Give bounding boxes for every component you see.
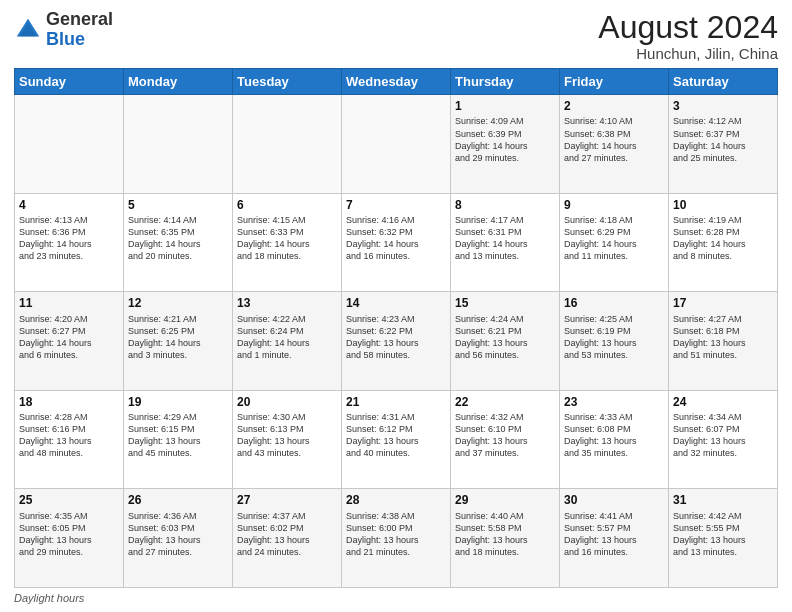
day-info: Sunset: 6:18 PM: [673, 325, 773, 337]
day-number: 29: [455, 492, 555, 508]
week-row-1: 1Sunrise: 4:09 AMSunset: 6:39 PMDaylight…: [15, 95, 778, 194]
day-cell: 5Sunrise: 4:14 AMSunset: 6:35 PMDaylight…: [124, 193, 233, 292]
day-number: 17: [673, 295, 773, 311]
day-info: Daylight: 13 hours: [128, 435, 228, 447]
day-number: 21: [346, 394, 446, 410]
day-info: Sunset: 6:15 PM: [128, 423, 228, 435]
week-row-3: 11Sunrise: 4:20 AMSunset: 6:27 PMDayligh…: [15, 292, 778, 391]
day-cell: 10Sunrise: 4:19 AMSunset: 6:28 PMDayligh…: [669, 193, 778, 292]
day-info: Daylight: 14 hours: [128, 337, 228, 349]
day-info: Sunrise: 4:33 AM: [564, 411, 664, 423]
day-cell: 30Sunrise: 4:41 AMSunset: 5:57 PMDayligh…: [560, 489, 669, 588]
day-info: and 43 minutes.: [237, 447, 337, 459]
day-cell: 6Sunrise: 4:15 AMSunset: 6:33 PMDaylight…: [233, 193, 342, 292]
day-info: Daylight: 14 hours: [346, 238, 446, 250]
day-cell: 12Sunrise: 4:21 AMSunset: 6:25 PMDayligh…: [124, 292, 233, 391]
day-cell: 14Sunrise: 4:23 AMSunset: 6:22 PMDayligh…: [342, 292, 451, 391]
footer-note: Daylight hours: [14, 592, 778, 604]
day-info: and 13 minutes.: [455, 250, 555, 262]
day-number: 31: [673, 492, 773, 508]
day-cell: 7Sunrise: 4:16 AMSunset: 6:32 PMDaylight…: [342, 193, 451, 292]
day-number: 18: [19, 394, 119, 410]
day-info: and 53 minutes.: [564, 349, 664, 361]
day-info: Sunset: 6:36 PM: [19, 226, 119, 238]
day-info: Daylight: 13 hours: [455, 534, 555, 546]
top-area: General Blue August 2024 Hunchun, Jilin,…: [14, 10, 778, 62]
day-cell: [15, 95, 124, 194]
day-info: Daylight: 13 hours: [564, 435, 664, 447]
day-cell: [233, 95, 342, 194]
day-number: 7: [346, 197, 446, 213]
day-info: and 21 minutes.: [346, 546, 446, 558]
day-info: Daylight: 14 hours: [673, 238, 773, 250]
day-info: and 3 minutes.: [128, 349, 228, 361]
day-info: Daylight: 13 hours: [564, 337, 664, 349]
day-info: Sunrise: 4:18 AM: [564, 214, 664, 226]
day-info: Sunrise: 4:17 AM: [455, 214, 555, 226]
day-info: Daylight: 13 hours: [346, 534, 446, 546]
day-info: Sunrise: 4:29 AM: [128, 411, 228, 423]
day-number: 22: [455, 394, 555, 410]
day-info: Sunset: 5:57 PM: [564, 522, 664, 534]
day-header-sunday: Sunday: [15, 69, 124, 95]
day-number: 26: [128, 492, 228, 508]
day-number: 1: [455, 98, 555, 114]
day-info: Sunset: 6:13 PM: [237, 423, 337, 435]
day-header-thursday: Thursday: [451, 69, 560, 95]
day-info: Daylight: 14 hours: [564, 140, 664, 152]
calendar-table: SundayMondayTuesdayWednesdayThursdayFrid…: [14, 68, 778, 588]
day-cell: 19Sunrise: 4:29 AMSunset: 6:15 PMDayligh…: [124, 390, 233, 489]
day-info: and 16 minutes.: [346, 250, 446, 262]
day-info: Daylight: 14 hours: [455, 238, 555, 250]
day-cell: 29Sunrise: 4:40 AMSunset: 5:58 PMDayligh…: [451, 489, 560, 588]
day-info: and 37 minutes.: [455, 447, 555, 459]
day-info: Sunset: 5:58 PM: [455, 522, 555, 534]
day-info: Sunrise: 4:20 AM: [19, 313, 119, 325]
day-number: 14: [346, 295, 446, 311]
logo-general: General: [46, 9, 113, 29]
day-header-friday: Friday: [560, 69, 669, 95]
day-number: 23: [564, 394, 664, 410]
day-cell: 20Sunrise: 4:30 AMSunset: 6:13 PMDayligh…: [233, 390, 342, 489]
day-info: Sunrise: 4:32 AM: [455, 411, 555, 423]
day-info: Sunset: 6:25 PM: [128, 325, 228, 337]
day-cell: 21Sunrise: 4:31 AMSunset: 6:12 PMDayligh…: [342, 390, 451, 489]
day-number: 9: [564, 197, 664, 213]
day-info: Sunset: 6:08 PM: [564, 423, 664, 435]
day-cell: 23Sunrise: 4:33 AMSunset: 6:08 PMDayligh…: [560, 390, 669, 489]
day-info: Daylight: 14 hours: [673, 140, 773, 152]
day-info: Daylight: 14 hours: [564, 238, 664, 250]
day-header-tuesday: Tuesday: [233, 69, 342, 95]
day-info: Daylight: 13 hours: [673, 435, 773, 447]
day-info: and 13 minutes.: [673, 546, 773, 558]
day-info: Daylight: 14 hours: [455, 140, 555, 152]
day-info: Sunset: 6:35 PM: [128, 226, 228, 238]
day-info: and 27 minutes.: [564, 152, 664, 164]
day-cell: [124, 95, 233, 194]
day-info: Sunrise: 4:27 AM: [673, 313, 773, 325]
day-info: Sunset: 6:37 PM: [673, 128, 773, 140]
day-info: Sunrise: 4:21 AM: [128, 313, 228, 325]
day-cell: 17Sunrise: 4:27 AMSunset: 6:18 PMDayligh…: [669, 292, 778, 391]
day-info: Daylight: 14 hours: [19, 337, 119, 349]
day-info: Sunset: 6:05 PM: [19, 522, 119, 534]
day-cell: 4Sunrise: 4:13 AMSunset: 6:36 PMDaylight…: [15, 193, 124, 292]
day-info: Sunset: 6:22 PM: [346, 325, 446, 337]
day-info: Sunrise: 4:09 AM: [455, 115, 555, 127]
day-cell: 2Sunrise: 4:10 AMSunset: 6:38 PMDaylight…: [560, 95, 669, 194]
header-row: SundayMondayTuesdayWednesdayThursdayFrid…: [15, 69, 778, 95]
day-info: Daylight: 13 hours: [237, 435, 337, 447]
week-row-2: 4Sunrise: 4:13 AMSunset: 6:36 PMDaylight…: [15, 193, 778, 292]
day-info: Sunset: 6:38 PM: [564, 128, 664, 140]
day-info: Sunset: 6:19 PM: [564, 325, 664, 337]
day-cell: [342, 95, 451, 194]
logo: General Blue: [14, 10, 113, 50]
day-cell: 16Sunrise: 4:25 AMSunset: 6:19 PMDayligh…: [560, 292, 669, 391]
day-number: 15: [455, 295, 555, 311]
day-info: Sunrise: 4:22 AM: [237, 313, 337, 325]
day-number: 28: [346, 492, 446, 508]
day-info: Sunrise: 4:42 AM: [673, 510, 773, 522]
day-info: Daylight: 13 hours: [346, 435, 446, 447]
day-info: and 20 minutes.: [128, 250, 228, 262]
day-number: 19: [128, 394, 228, 410]
